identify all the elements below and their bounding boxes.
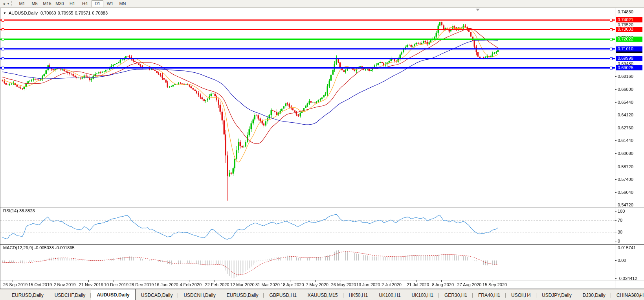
hline-price-label: 0.73033 — [616, 27, 642, 32]
timeframe-button-d1[interactable]: D1 — [92, 0, 103, 7]
chart-tab-usoil-h4[interactable]: USOil,H4 — [506, 291, 536, 300]
rsi-scale-label: 100 — [618, 209, 625, 213]
ohlc-high: 0.70955 — [58, 11, 73, 15]
macd-pane-label: MACD(12,26,9) -0.005038 -0.001865 — [3, 245, 75, 250]
date-axis-label: 31 Mar 2020 — [255, 282, 280, 287]
date-axis-label: 26 May 2020 — [331, 282, 356, 287]
timeframe-button-h4[interactable]: H4 — [79, 0, 91, 7]
macd-scale-label: 0.015741 — [618, 245, 636, 250]
mt4-terminal: ⌖ ▾ M1M5M15M30H1H4D1W1MN ▼AUDUSD,Daily 0… — [0, 0, 644, 300]
axis-price-label: 0.58720 — [618, 164, 633, 169]
timeframe-button-m15[interactable]: M15 — [41, 0, 53, 7]
date-axis-label: 13 Jun 2020 — [356, 282, 380, 287]
timeframe-button-m30[interactable]: M30 — [54, 0, 66, 7]
axis-price-label: 0.64120 — [618, 112, 633, 117]
timeframe-toolbar: ⌖ ▾ M1M5M15M30H1H4D1W1MN — [0, 0, 644, 8]
chart-tab-usdjpy-daily[interactable]: USDJPY,Daily — [536, 291, 577, 300]
axis-price-label: 0.74880 — [618, 9, 633, 14]
chart-canvas[interactable] — [0, 8, 644, 289]
crosshair-icon[interactable]: ⌖ — [1, 1, 7, 7]
axis-price-label: 0.57400 — [618, 177, 633, 182]
toolbar-separator — [11, 1, 13, 6]
symbol-collapse-icon[interactable]: ▼ — [3, 11, 6, 15]
date-axis-label: 18 Apr 2020 — [281, 282, 304, 287]
chart-window: ▼AUDUSD,Daily 0.706600.709550.705710.708… — [0, 8, 644, 289]
date-axis-label: 15 Sep 2020 — [483, 282, 507, 287]
axis-price-label: 0.61440 — [618, 138, 633, 143]
date-axis-label: 10 Dec 2019 — [104, 282, 128, 287]
rsi-scale-label: 70 — [618, 218, 622, 223]
axis-price-label: 0.73520 — [618, 22, 633, 27]
date-axis-label: 27 Aug 2020 — [457, 282, 482, 287]
chart-tab-usdcad-daily[interactable]: USDCAD,Daily — [136, 291, 178, 300]
chart-tab-usdcnh-daily[interactable]: USDCNH,Daily — [178, 291, 221, 300]
caret-down-icon[interactable]: ▾ — [7, 2, 9, 6]
chart-tab-ger30-h1[interactable]: GER30,H1 — [439, 291, 473, 300]
chart-tab-fra40-h1[interactable]: FRA40,H1 — [473, 291, 506, 300]
chart-ohlc-title: ▼AUDUSD,Daily 0.706600.709550.705710.708… — [3, 11, 109, 15]
date-axis-label: 21 Nov 2019 — [79, 282, 103, 287]
rsi-scale-label: 0 — [618, 239, 620, 243]
rsi-pane-label: RSI(14) 38.8828 — [3, 208, 35, 213]
date-axis-label: 15 Oct 2019 — [28, 282, 52, 287]
axis-price-label: 0.60080 — [618, 151, 633, 156]
date-axis-label: 22 Feb 2020 — [205, 282, 229, 287]
chart-tab-gbpusd-h1[interactable]: GBPUSD,H1 — [264, 291, 302, 300]
tab-scroll-arrows: ◄ ► — [630, 293, 642, 297]
chart-tab-eurusd-daily[interactable]: EURUSD,Daily — [6, 291, 49, 300]
ohlc-low: 0.70571 — [75, 11, 90, 15]
date-axis-label: 2 Nov 2019 — [53, 282, 75, 287]
ohlc-open: 0.70660 — [40, 11, 56, 15]
date-axis-label: 4 Feb 2020 — [180, 282, 202, 287]
macd-scale-label: -0.024412 — [618, 276, 637, 281]
axis-price-label: 0.56040 — [618, 190, 633, 195]
axis-price-label: 0.54720 — [618, 202, 633, 207]
date-axis-label: 2 Jul 2020 — [382, 282, 402, 287]
date-axis-label: 12 Mar 2020 — [230, 282, 255, 287]
axis-price-label: 0.62760 — [618, 125, 633, 130]
chart-tab-eurusd-daily[interactable]: EURUSD,Daily — [221, 291, 264, 300]
hline-price-label: 0.74021 — [616, 17, 642, 22]
macd-scale-label: 0.00 — [618, 258, 626, 263]
chart-tab-hk50-h1[interactable]: HK50,H1 — [343, 291, 374, 300]
axis-price-label: 0.66800 — [618, 87, 633, 92]
timeframe-button-w1[interactable]: W1 — [104, 0, 116, 7]
tab-scroll-right-icon[interactable]: ► — [639, 293, 642, 297]
ohlc-close: 0.70883 — [92, 11, 108, 15]
axis-price-label: 0.65440 — [618, 100, 633, 105]
date-axis-label: 8 Aug 2020 — [432, 282, 454, 287]
tab-scroll-left-icon[interactable]: ◄ — [632, 293, 636, 297]
timeframe-button-mn[interactable]: MN — [117, 0, 128, 7]
timeframe-button-h1[interactable]: H1 — [66, 0, 78, 7]
chart-symbol: AUDUSD,Daily — [9, 11, 38, 15]
hline-price-label: 0.69999 — [616, 56, 642, 61]
hline-price-label: 0.71010 — [616, 46, 642, 52]
chart-tab-bar: EURUSD,DailyUSDCHF,DailyAUDUSD,DailyUSDC… — [0, 289, 644, 300]
axis-price-label: 0.68160 — [618, 74, 633, 79]
timeframe-button-m1[interactable]: M1 — [16, 0, 28, 7]
hline-price-label: 0.69025 — [616, 65, 642, 70]
date-axis-label: 28 Dec 2019 — [129, 282, 154, 287]
chart-tab-audusd-daily[interactable]: AUDUSD,Daily — [91, 289, 135, 300]
date-axis-label: 26 Sep 2019 — [3, 282, 28, 287]
chart-tab-xauusd-m15[interactable]: XAUUSD,M15 — [302, 291, 343, 300]
date-axis-label: 21 Jul 2020 — [407, 282, 429, 287]
hline-price-label: 0.72022 — [616, 37, 642, 42]
date-axis-label: 7 May 2020 — [306, 282, 328, 287]
chart-tab-uk100-h1[interactable]: UK100,H1 — [373, 291, 406, 300]
timeframe-button-m5[interactable]: M5 — [29, 0, 40, 7]
rsi-scale-label: 30 — [618, 230, 622, 234]
chart-tab-dj30-daily[interactable]: DJ30,Daily — [577, 291, 611, 300]
date-axis-label: 16 Jan 2020 — [154, 282, 178, 287]
chart-tab-usdchf-daily[interactable]: USDCHF,Daily — [49, 291, 91, 300]
chart-shift-marker-icon — [476, 9, 480, 11]
chart-tab-uk100-h1[interactable]: UK100,H1 — [406, 291, 439, 300]
